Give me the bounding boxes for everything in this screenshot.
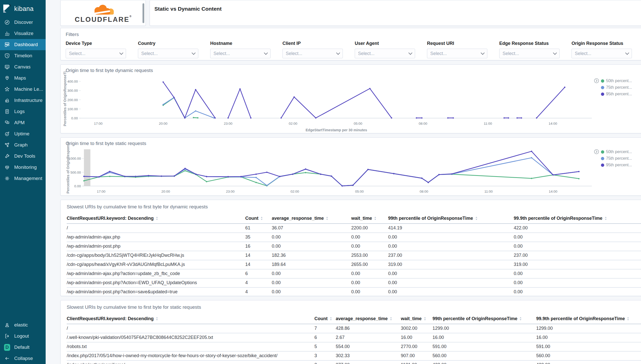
filter-select-user-agent[interactable]: Select... (355, 49, 415, 58)
chart-dynamic-requests-panel: Origin time to first byte dynamic reques… (60, 64, 641, 133)
legend-entry-50th-percent[interactable]: 50th percent... (601, 79, 632, 83)
apm-icon (4, 120, 10, 126)
column-header-wait-time[interactable]: wait_time (401, 314, 433, 324)
sidebar-label: Uptime (14, 131, 29, 137)
value-cell: 4 (245, 287, 272, 296)
value-cell: 2553.00 (351, 251, 388, 260)
sidebar-item-timelion[interactable]: Timelion (0, 50, 46, 61)
sidebar-item-visualize[interactable]: Visualize (0, 28, 46, 39)
filter-select-country[interactable]: Select... (138, 49, 198, 58)
sidebar-footer-item-collapse[interactable]: Collapse (0, 353, 46, 364)
column-header-99th-percentile-of-originresponsetime[interactable]: 99th percentile of OriginResponseTime (433, 314, 536, 324)
column-header-label: 99.9th percentile of OriginResponseTime (536, 316, 625, 321)
select-placeholder: Select... (575, 51, 626, 56)
select-placeholder: Select... (286, 51, 337, 56)
filter-select-edge-response-status[interactable]: Select... (499, 49, 560, 58)
legend-entry-95th-percent[interactable]: 95th percent... (601, 163, 632, 167)
uri-cell: /robots.txt (67, 342, 314, 351)
svg-text:0.00: 0.00 (71, 116, 78, 120)
sidebar-item-canvas[interactable]: Canvas (0, 61, 46, 72)
kibana-app: kibana DiscoverVisualizeDashboardTimelio… (0, 0, 641, 364)
value-cell: 0.00 (351, 278, 388, 287)
sidebar-item-logs[interactable]: Logs (0, 106, 46, 117)
sidebar-footer-item-elastic[interactable]: elastic (0, 319, 46, 331)
column-header-clientrequesturi-keyword-descending[interactable]: ClientRequestURI.keyword: Descending (67, 214, 245, 224)
infrastructure-icon (4, 97, 10, 103)
value-cell: 0.00 (514, 269, 641, 278)
column-header-average-response-time[interactable]: average_response_time (336, 314, 401, 324)
filter-select-origin-response-status[interactable]: Select... (572, 49, 632, 58)
chevron-down-icon (264, 51, 268, 55)
value-cell: 16.00 (536, 333, 641, 342)
sidebar-item-infrastructure[interactable]: Infrastructure (0, 95, 46, 106)
legend-expand-icon[interactable] (594, 149, 599, 154)
column-header-count[interactable]: Count (245, 214, 272, 224)
column-header-99-9th-percentile-of-originresponsetime[interactable]: 99.9th percentile of OriginResponseTime (514, 214, 641, 224)
chevron-down-icon (336, 51, 340, 55)
svg-text:14:00: 14:00 (549, 190, 557, 193)
sidebar-item-management[interactable]: Management (0, 173, 46, 184)
table-dynamic-requests-panel: Slowest URIs by cumulative time to first… (60, 200, 641, 296)
legend-expand-icon[interactable] (594, 78, 599, 83)
kibana-logo[interactable]: kibana (0, 0, 46, 17)
user-icon (4, 322, 10, 328)
filter-select-request-uri[interactable]: Select... (427, 49, 487, 58)
sidebar-item-monitoring[interactable]: Monitoring (0, 162, 46, 173)
scrollbar-thumb[interactable] (143, 3, 144, 23)
sidebar-item-dashboard[interactable]: Dashboard (0, 39, 46, 50)
svg-text:08:00: 08:00 (420, 190, 428, 193)
sidebar-footer-item-default[interactable]: DDefault (0, 342, 46, 353)
machine-learning-icon (4, 86, 10, 92)
sidebar-item-uptime[interactable]: Uptime (0, 128, 46, 139)
column-header-99th-percentile-of-originresponsetime[interactable]: 99th percentile of OriginResponseTime (388, 214, 514, 224)
sidebar-item-discover[interactable]: Discover (0, 17, 46, 28)
filter-select-device-type[interactable]: Select... (66, 49, 126, 58)
legend-entry-75th-percent[interactable]: 75th percent... (601, 85, 632, 90)
table-row: /6136.072200.00414.19422.00 (67, 224, 641, 233)
maps-icon (4, 75, 10, 81)
value-cell: 554.00 (336, 342, 401, 351)
sidebar-item-dev-tools[interactable]: Dev Tools (0, 151, 46, 162)
sidebar-item-machine-le[interactable]: Machine Le... (0, 84, 46, 95)
value-cell: 1131.00 (401, 360, 433, 364)
value-cell: 237.00 (514, 251, 641, 260)
sidebar-item-graph[interactable]: Graph (0, 139, 46, 151)
filter-select-hostname[interactable]: Select... (210, 49, 271, 58)
legend-dot-icon (601, 157, 604, 160)
chart-canvas[interactable]: 0.00500.001000.0017:0020:0023:0002:0005:… (61, 138, 639, 196)
filter-select-client-ip[interactable]: Select... (282, 49, 343, 58)
sidebar-item-maps[interactable]: Maps (0, 72, 46, 84)
legend-entry-95th-percent[interactable]: 95th percent... (601, 92, 632, 96)
legend-entry-50th-percent[interactable]: 50th percent... (601, 150, 632, 154)
chart-canvas[interactable]: 0.00100.00200.00300.00400.0017:0020:0023… (61, 65, 639, 134)
value-cell: 1299.00 (536, 324, 641, 333)
sidebar-footer-label: Logout (14, 333, 29, 339)
legend-label: 50th percent... (606, 150, 632, 154)
column-header-label: average_response_time (336, 316, 388, 321)
svg-text:0.00: 0.00 (74, 184, 81, 188)
sidebar-footer-item-logout[interactable]: Logout (0, 331, 46, 342)
filter-group-user-agent: User AgentSelect... (355, 41, 427, 58)
column-header-clientrequesturi-keyword-descending[interactable]: ClientRequestURI.keyword: Descending (67, 314, 314, 324)
chevron-down-icon (192, 51, 196, 55)
column-header-wait-time[interactable]: wait_time (351, 214, 388, 224)
filter-label-origin-response-status: Origin Response Status (572, 41, 641, 46)
svg-text:1000.00: 1000.00 (68, 157, 81, 160)
space-default-badge: D (4, 344, 10, 350)
filter-group-edge-response-status: Edge Response StatusSelect... (499, 41, 572, 58)
legend-entry-75th-percent[interactable]: 75th percent... (601, 156, 632, 161)
value-cell: 319.00 (388, 260, 514, 269)
column-header-average-response-time[interactable]: average_response_time (272, 214, 351, 224)
sidebar-item-apm[interactable]: APM (0, 117, 46, 128)
value-cell: 377.00 (336, 360, 401, 364)
value-cell: 0.00 (514, 242, 641, 251)
dev-tools-icon (4, 153, 10, 159)
column-header-count[interactable]: Count (314, 314, 336, 324)
svg-text:Percentiles of OriginResponse: Percentiles of OriginResponse (66, 142, 70, 193)
value-cell: 560.00 (433, 351, 536, 360)
value-cell: 422.00 (514, 224, 641, 233)
uri-cell: /wp-admin/admin-post.php?Action=EWD_UFAQ… (67, 278, 245, 287)
column-header-99-9th-percentile-of-originresponsetime[interactable]: 99.9th percentile of OriginResponseTime (536, 314, 641, 324)
uri-cell: / (67, 324, 314, 333)
select-placeholder: Select... (141, 51, 192, 56)
